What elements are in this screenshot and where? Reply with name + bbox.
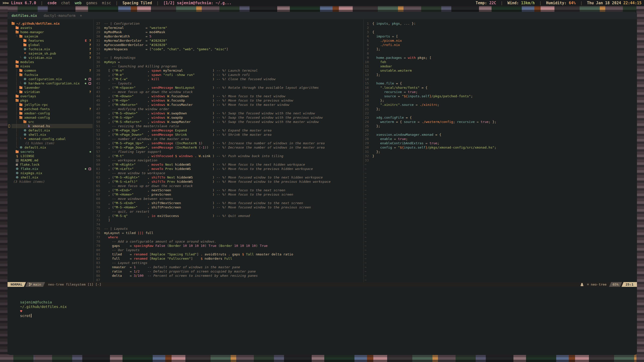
code-line[interactable]: 44 , ("M-<Down>" , windows W.focusDown )… [94,94,331,98]
tree-item-fuchsia.nix[interactable]: ❆fuchsia.nix? [12,47,93,51]
code-line[interactable]: 1{ inputs, pkgs, ... }: [365,21,496,26]
code-line[interactable]: 73 ] [94,218,331,222]
tree-item-nixpkgs.nix[interactable]: ❆nixpkgs.nix [12,171,93,175]
code-line[interactable]: 45 , ("M-<Up>" , windows W.focusUp ) -- … [94,98,331,103]
code-line[interactable]: 38 [ ("M-n" , spawn myTerminal ) -- %! L… [94,68,331,73]
code-line[interactable]: 35-- | Keybindings [94,56,331,60]
tree-item-shell.nix[interactable]: │ ❆shell.nix [12,132,93,137]
xmobar-status-left[interactable]: Linux 6.7.0 | code chat web games misc |… [11,1,231,5]
code-line[interactable]: 17 recursive = true; [365,90,496,94]
code-line[interactable]: 81 tiled = renamed [Replace "Spacing Til… [94,252,331,256]
code-line[interactable]: 16 ".local/share/fonts" = { [365,85,496,90]
pane-separator-left[interactable] [93,20,94,282]
code-line[interactable]: 84 nmaster = 1 -- Default number of wind… [94,265,331,269]
tree-item-viridian.nix[interactable]: └ ❆viridian.nix? [12,56,93,60]
code-line[interactable]: 69 , ("M-S-<End>" , shiftNextScreen ) --… [94,201,331,205]
code-line[interactable]: 21 }; [365,107,496,111]
code-line[interactable]: 60 , ("M-<Right>" , moveTo Next hiddenWS… [94,162,331,167]
code-line[interactable]: 31myNormalBorderColor = "#282828" [94,38,331,43]
tree-item--1-hidden-item-[interactable]: │ (1 hidden item) [12,141,93,145]
tab-inactive[interactable]: dactyl-manuform [44,14,75,18]
code-line[interactable]: 10 feh [365,60,496,64]
code-line[interactable]: 7 ]; [365,47,496,51]
code-line[interactable]: 29myModMask = mod4Mask [94,30,331,34]
code-line[interactable]: 41 -- layouts [94,81,331,85]
code-line[interactable]: 85 ratio = 1/2 -- Default proportion of … [94,269,331,274]
code-line[interactable]: 40 , ("M-C-w" , kill ) -- %! Close the f… [94,77,331,81]
code-line[interactable]: 15 home.file = { [365,81,496,85]
code-line[interactable]: 49 , ("M-S-<Up>" , windows W.swapUp ) --… [94,115,331,120]
code-line[interactable]: 78 -- Add a configurable amount of space… [94,239,331,244]
new-tab-button[interactable]: + [80,14,82,18]
code-line[interactable]: 28 enable = true; [365,137,496,141]
code-line[interactable]: 74 [94,222,331,227]
tree-item-shell.nix[interactable]: ❆shell.nix [12,175,93,179]
code-line[interactable]: 33myWorkspaces = ["code", "chat", "web",… [94,47,331,51]
code-line[interactable]: 58 , ("M-t" , withFocused $ windows . W.… [94,154,331,158]
tree-item-flake.lock[interactable]: flake.lock [12,162,93,167]
code-line[interactable]: 50 , ("M-S-<Return>" , windows W.swapMas… [94,120,331,124]
code-line[interactable]: 42 , ("M-<Space>" , sendMessage NextLayo… [94,85,331,90]
code-line[interactable]: 65 -- move focus up or down the screen s… [94,184,331,188]
code-line[interactable]: 3{ [365,30,496,34]
code-line[interactable]: 8 [365,51,496,56]
tree-item--3-hidden-items-[interactable]: (3 hidden items) [12,179,93,184]
code-line[interactable]: 47 -- modifying the window order [94,107,331,111]
code-line[interactable]: 5 ./picom.nix [365,38,496,43]
tree-item-viridian[interactable]: └ viridian? [12,90,93,94]
code-line[interactable]: 51 -- resizing the master/slave ratio [94,124,331,128]
code-line[interactable]: 2 [365,26,496,30]
tree-item--.github-dotfiles.nix[interactable]: ~/.github/dotfiles.nix [12,21,93,26]
code-line[interactable]: 77 where [94,235,331,239]
code-line[interactable]: 34 [94,51,331,56]
tree-item-license[interactable]: §LICENSE [12,154,93,158]
code-line[interactable]: 28myTerminal = "wezterm" [94,26,331,30]
code-line[interactable]: 30 config = "${inputs.self}/pkgs/xmonad-… [365,145,496,150]
tree-item-default.nix[interactable]: │ ❆default.nix [12,128,93,132]
code-line[interactable]: 22 [365,111,496,115]
pane-separator-right[interactable] [364,20,364,282]
editor-pane-xmonad-hs[interactable]: 27-- | Configuration28myTerminal = "wezt… [94,21,331,282]
git-branch-segment[interactable]: main [25,282,45,287]
shell-prompt[interactable]: sajenim@fuchsia ~/.github/dotfiles.nix ♥… [12,295,69,323]
code-line[interactable]: 71 -- quit, or restart [94,209,331,214]
tree-item-lavender[interactable]: │ lavender [12,85,93,90]
code-line[interactable]: 56 , ("M-S-<Page_Down>", sendMessage (In… [94,145,331,150]
tree-item-xmobar-config[interactable]: │ xmobar-config [12,111,93,115]
code-line[interactable]: 83 -- Layout settings [94,261,331,265]
code-line[interactable]: 6 ./rofi.nix [365,43,496,47]
tree-item-patched-fonts[interactable]: │ patched-fonts? [12,107,93,111]
tree-item-sajenim-sk.pub[interactable]: *sajenim_sk.pub? [12,51,93,56]
code-line[interactable]: 27-- | Configuration [94,21,331,26]
code-line[interactable]: 23 xdg.configFile = { [365,115,496,120]
code-line[interactable]: 11 xmobar [365,64,496,68]
code-line[interactable]: 67 , ("M-<Home>" , prevScreen ) -- %! Mo… [94,192,331,197]
code-line[interactable]: 79 gaps = spacingRaw False (Border 10 10… [94,244,331,248]
tree-item-configuration.nix[interactable]: │ ❆configuration.nix [12,77,93,81]
tree-item-global[interactable]: global? [12,43,93,47]
code-line[interactable]: 76myLayout = tiled ||| full [94,231,331,235]
tree-item-sajenim[interactable]: └ sajenim [12,34,93,38]
code-line[interactable]: 20 ".xinitrc".source = ./xinitrc; [365,103,496,107]
tree-item-xmonad.hs[interactable]: │ └ λxmonad.hs [12,124,93,128]
code-line[interactable]: 31 }; [365,150,496,154]
code-line[interactable]: 26 [365,128,496,132]
code-line[interactable]: 62 -- move window to workspace [94,171,331,175]
code-line[interactable]: 55 , ("M-S-<Page_Up>" , sendMessage (Inc… [94,141,331,145]
code-line[interactable]: 18 source = "${inputs.self}/pkgs/patched… [365,94,496,98]
editor-pane-flake-nix[interactable]: 1{ inputs, pkgs, ... }:23{4 imports = [5… [365,21,496,282]
tree-item-pkgs[interactable]: pkgs [12,98,93,103]
tree-item-modules[interactable]: modules [12,60,93,64]
code-line[interactable]: 9 home.packages = with pkgs; [ [365,56,496,60]
tree-item-secrets[interactable]: secrets [12,150,93,154]
code-line[interactable]: 53 , ("M-<Page_Down>" , sendMessage Shri… [94,132,331,137]
code-line[interactable]: 46 , ("M-<Return>" , windows W.focusMast… [94,103,331,107]
code-line[interactable]: 48 , ("M-S-<Down>" , windows W.swapDown … [94,111,331,115]
tree-item-flake.nix[interactable]: ❆flake.nix [12,167,93,171]
code-line[interactable]: 32myFocusedBorderColor = "#282828" [94,43,331,47]
code-line[interactable]: 32} [365,154,496,158]
code-line[interactable]: 52 , ("M-<Page_Up>" , sendMessage Expand… [94,128,331,132]
code-line[interactable]: 39 , ("M-e" , spawn "rofi -show run" ) -… [94,73,331,77]
code-line[interactable]: 82 full = renamed [Replace "Fullscreen"]… [94,256,331,261]
tree-item-src[interactable]: │ src [12,120,93,124]
